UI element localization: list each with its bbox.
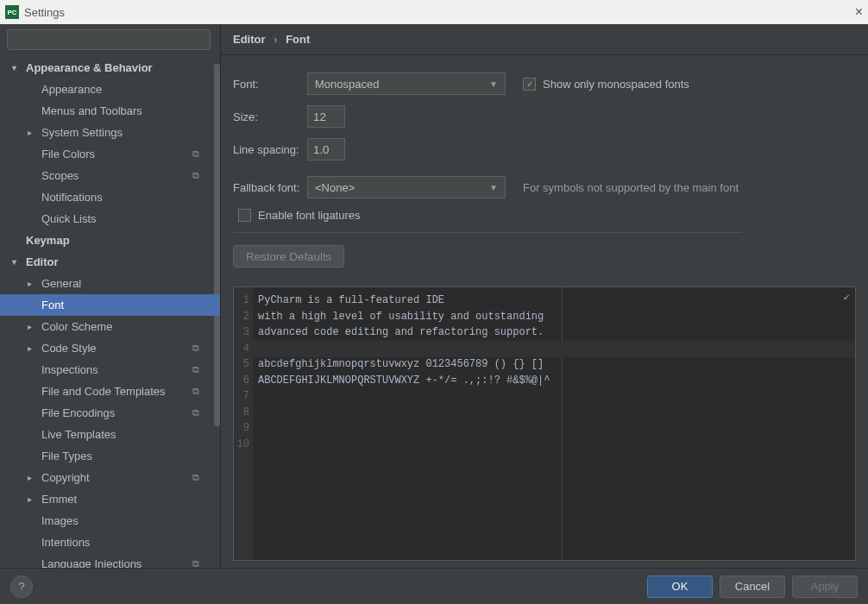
sidebar-item-general[interactable]: ▸General — [0, 273, 220, 294]
sidebar-item-label: File Colors — [41, 148, 95, 160]
sidebar-item-file-and-code-templates[interactable]: File and Code Templates⧉ — [0, 381, 220, 402]
sidebar-item-system-settings[interactable]: ▸System Settings — [0, 122, 220, 143]
code-area: PyCharm is a full-featured IDEwith a hig… — [253, 287, 550, 560]
font-value: Monospaced — [315, 78, 379, 91]
code-line — [258, 437, 550, 453]
line-number: 5 — [234, 356, 249, 373]
content-pane: Editor › Font Font: Monospaced ▼ ✓ Show … — [221, 24, 868, 568]
line-number: 9 — [234, 420, 249, 437]
sidebar-item-label: Copyright — [41, 471, 90, 484]
font-dropdown[interactable]: Monospaced ▼ — [307, 72, 506, 95]
sidebar-item-label: Live Templates — [41, 428, 116, 441]
sidebar-item-label: Emmet — [41, 493, 77, 506]
sidebar-item-label: Inspections — [41, 363, 98, 376]
code-line: abcdefghijklmnopqrstuvwxyz 0123456789 ()… — [258, 356, 550, 373]
chevron-right-icon: ▸ — [28, 279, 32, 288]
ligatures-checkbox[interactable] — [238, 209, 251, 222]
sidebar-item-label: Font — [41, 299, 64, 311]
cancel-button[interactable]: Cancel — [720, 576, 785, 598]
sidebar-item-copyright[interactable]: ▸Copyright⧉ — [0, 467, 220, 488]
sidebar-item-font[interactable]: Font — [0, 294, 220, 316]
chevron-right-icon: ▸ — [28, 494, 32, 504]
sidebar-item-intentions[interactable]: Intentions — [0, 532, 220, 553]
settings-tree: ▾Appearance & BehaviorAppearanceMenus an… — [0, 57, 220, 568]
project-scope-icon: ⧉ — [192, 364, 199, 375]
sidebar-item-file-encodings[interactable]: File Encodings⧉ — [0, 402, 220, 424]
chevron-down-icon: ▼ — [489, 183, 498, 192]
font-label: Font: — [233, 78, 307, 91]
sidebar-item-appearance-behavior[interactable]: ▾Appearance & Behavior — [0, 57, 220, 79]
code-line: ABCDEFGHIJKLMNOPQRSTUVWXYZ +-*/= .,;:!? … — [258, 373, 550, 389]
sidebar-item-images[interactable]: Images — [0, 510, 220, 532]
ok-button[interactable]: OK — [647, 576, 713, 598]
search-input[interactable] — [7, 29, 211, 50]
app-icon: PC — [5, 5, 19, 19]
show-mono-label: Show only monospaced fonts — [543, 78, 689, 91]
project-scope-icon: ⧉ — [192, 472, 199, 483]
sidebar-item-menus-and-toolbars[interactable]: Menus and Toolbars — [0, 100, 220, 122]
gutter: 12345678910 — [234, 287, 253, 560]
line-number: 10 — [234, 437, 249, 453]
current-line-highlight — [253, 341, 855, 357]
margin-guide — [562, 287, 563, 560]
fallback-dropdown[interactable]: <None> ▼ — [307, 176, 506, 198]
chevron-down-icon: ▾ — [12, 257, 16, 267]
sidebar-item-file-colors[interactable]: File Colors⧉ — [0, 143, 220, 165]
status-ok-icon: ✔ — [844, 291, 850, 304]
help-button[interactable]: ? — [10, 576, 33, 598]
sidebar-item-label: General — [41, 277, 81, 290]
sidebar-item-scopes[interactable]: Scopes⧉ — [0, 165, 220, 186]
size-input[interactable] — [307, 105, 345, 128]
sidebar-item-label: Editor — [26, 255, 59, 268]
sidebar-item-label: File Encodings — [41, 406, 115, 419]
sidebar-item-label: Color Scheme — [41, 320, 112, 333]
chevron-down-icon: ▾ — [12, 63, 16, 72]
line-number: 4 — [234, 341, 249, 357]
sidebar-item-inspections[interactable]: Inspections⧉ — [0, 359, 220, 381]
sidebar-item-label: System Settings — [41, 126, 123, 139]
window-title: Settings — [24, 6, 65, 19]
font-preview: ✔ 12345678910 PyCharm is a full-featured… — [233, 286, 856, 561]
sidebar-item-label: Scopes — [41, 169, 79, 182]
sidebar: ⌕ ▾Appearance & BehaviorAppearanceMenus … — [0, 24, 221, 568]
sidebar-item-live-templates[interactable]: Live Templates — [0, 424, 220, 445]
line-number: 2 — [234, 309, 249, 325]
chevron-right-icon: › — [274, 33, 277, 46]
apply-button[interactable]: Apply — [792, 576, 858, 598]
code-line — [258, 405, 550, 421]
code-line: advanced code editing and refactoring su… — [258, 324, 550, 341]
sidebar-item-quick-lists[interactable]: Quick Lists — [0, 208, 220, 230]
show-mono-checkbox[interactable]: ✓ — [523, 78, 536, 91]
project-scope-icon: ⧉ — [192, 386, 199, 397]
code-line — [258, 420, 550, 437]
titlebar: PC Settings × — [0, 0, 868, 24]
line-number: 1 — [234, 293, 249, 309]
sidebar-item-color-scheme[interactable]: ▸Color Scheme — [0, 316, 220, 337]
sidebar-item-label: Quick Lists — [41, 212, 97, 225]
sidebar-item-editor[interactable]: ▾Editor — [0, 251, 220, 273]
sidebar-item-keymap[interactable]: Keymap — [0, 230, 220, 251]
sidebar-item-label: Code Style — [41, 342, 97, 355]
restore-defaults-button[interactable]: Restore Defaults — [233, 245, 344, 267]
sidebar-item-notifications[interactable]: Notifications — [0, 186, 220, 208]
line-number: 7 — [234, 388, 249, 405]
ligatures-label: Enable font ligatures — [258, 209, 361, 222]
size-label: Size: — [233, 110, 307, 123]
close-icon[interactable]: × — [855, 4, 863, 20]
code-line — [258, 388, 550, 405]
sidebar-item-label: File Types — [41, 450, 92, 462]
project-scope-icon: ⧉ — [192, 343, 199, 354]
fallback-value: <None> — [315, 181, 355, 194]
chevron-right-icon: ▸ — [28, 128, 32, 137]
sidebar-item-appearance[interactable]: Appearance — [0, 79, 220, 100]
sidebar-item-code-style[interactable]: ▸Code Style⧉ — [0, 337, 220, 359]
spacing-input[interactable] — [307, 138, 345, 160]
sidebar-item-emmet[interactable]: ▸Emmet — [0, 488, 220, 510]
sidebar-item-file-types[interactable]: File Types — [0, 445, 220, 467]
breadcrumb-editor[interactable]: Editor — [233, 33, 266, 46]
sidebar-item-label: Appearance — [41, 83, 102, 96]
project-scope-icon: ⧉ — [192, 148, 199, 160]
fallback-label: Fallback font: — [233, 181, 307, 194]
fallback-note: For symbols not supported by the main fo… — [523, 181, 739, 194]
sidebar-item-language-injections[interactable]: Language Injections⧉ — [0, 553, 220, 568]
